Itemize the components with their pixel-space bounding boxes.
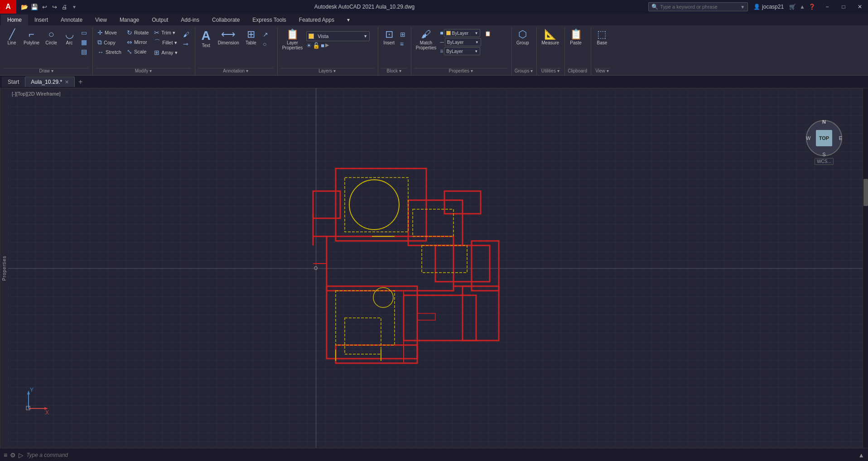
color-selector[interactable]: ByLayer ▼	[444, 29, 480, 37]
group-button[interactable]: ⬡ Group	[515, 28, 531, 47]
fillet-button[interactable]: ⌒ Fillet ▾	[152, 38, 179, 48]
trim-button[interactable]: ✂ Trim ▾	[152, 28, 179, 37]
tab-output[interactable]: Output	[145, 14, 174, 25]
groups-group: ⬡ Group Groups ▾	[513, 27, 537, 75]
linetype-selector[interactable]: ByLayer ▼	[445, 38, 481, 46]
insert-button[interactable]: ⊡ Insert	[381, 28, 397, 47]
draw-group-label[interactable]: Draw ▾	[4, 68, 89, 74]
layer-dropdown-icon[interactable]: ▼	[363, 34, 367, 38]
layer-freeze-icon[interactable]: ☀	[306, 42, 312, 49]
tab-view[interactable]: View	[89, 14, 113, 25]
modify-group-label[interactable]: Modify ▾	[96, 68, 191, 74]
circle-button[interactable]: ○ Circle	[43, 28, 59, 47]
utilities-group-label[interactable]: Utilities ▾	[540, 68, 561, 74]
mark-button[interactable]: ○	[261, 39, 270, 48]
user-icon[interactable]: 👤	[753, 4, 760, 10]
layer-more-icon[interactable]: ▶	[325, 42, 329, 49]
tab-manage[interactable]: Manage	[113, 14, 145, 25]
create-block-button[interactable]: ⊞	[398, 30, 407, 39]
gradient-button[interactable]: ▤	[79, 47, 89, 56]
lineweight-selector[interactable]: ByLayer ▼	[444, 47, 480, 55]
wcs-label[interactable]: WCS...	[815, 158, 834, 165]
hatch-button[interactable]: ▦	[79, 38, 89, 47]
define-attrib-button[interactable]: ≡	[398, 39, 407, 48]
tab-more[interactable]: ▾	[341, 14, 356, 25]
close-button[interactable]: ✕	[852, 0, 868, 14]
doc-tab-close-icon[interactable]: ✕	[65, 79, 69, 85]
annotation-group-label[interactable]: Annotation ▾	[198, 68, 274, 74]
polyline-button[interactable]: ⌐ Polyline	[22, 28, 41, 47]
right-scrollbar[interactable]	[863, 88, 868, 448]
linetype-arrow[interactable]: ▼	[475, 40, 479, 44]
stretch-button[interactable]: ↔ Stretch	[96, 48, 123, 57]
mirror-button[interactable]: ⇔ Mirror	[125, 38, 150, 47]
properties-panel-label[interactable]: Properties	[0, 88, 8, 448]
print-icon[interactable]: 🖨	[60, 2, 69, 11]
minimize-button[interactable]: −	[819, 0, 835, 14]
groups-group-label[interactable]: Groups ▾	[515, 68, 533, 74]
search-box[interactable]: 🔍 ▼	[648, 2, 748, 11]
linetype-icon: ─	[440, 39, 444, 45]
title-text: Autodesk AutoCAD 2021 Aula_10.29.dwg	[81, 4, 648, 10]
doc-tab-start[interactable]: Start	[2, 77, 25, 87]
arc-button[interactable]: ◡ Arc	[61, 28, 77, 47]
tab-addins[interactable]: Add-ins	[174, 14, 206, 25]
maximize-button[interactable]: □	[835, 0, 852, 14]
clipboard-group-label[interactable]: Clipboard	[568, 68, 587, 74]
table-button[interactable]: ⊞ Table	[243, 28, 259, 47]
search-dropdown-icon[interactable]: ▼	[740, 5, 745, 10]
properties-group-label[interactable]: Properties ▾	[414, 68, 508, 74]
save-icon[interactable]: 💾	[30, 2, 39, 11]
layer-lock-icon[interactable]: 🔓	[313, 42, 320, 49]
tab-home[interactable]: Home	[1, 14, 28, 25]
move-button[interactable]: ✛ Move	[96, 28, 123, 37]
command-expand-icon[interactable]: ▲	[858, 451, 864, 459]
compass-center-label[interactable]: TOP	[816, 130, 832, 146]
match-properties-button[interactable]: 🖌 MatchProperties	[414, 28, 439, 52]
paste-button[interactable]: 📋 Paste	[568, 28, 584, 47]
color-arrow[interactable]: ▼	[475, 31, 478, 35]
undo-icon[interactable]: ↩	[40, 2, 49, 11]
layer-properties-button[interactable]: 📋 LayerProperties	[280, 28, 305, 52]
scrollbar-thumb[interactable]	[863, 179, 868, 206]
help-icon[interactable]: ❓	[809, 4, 815, 10]
command-settings-icon[interactable]: ⚙	[10, 451, 16, 459]
command-input[interactable]	[26, 452, 855, 458]
line-button[interactable]: ╱ Line	[4, 28, 20, 47]
doc-tab-aula[interactable]: Aula_10.29.* ✕	[25, 77, 75, 87]
copy-button[interactable]: ⧉ Copy	[96, 38, 123, 47]
settings-icon[interactable]: ▲	[800, 4, 805, 10]
tab-featured[interactable]: Featured Apps	[293, 14, 341, 25]
measure-button[interactable]: 📐 Measure	[540, 28, 561, 47]
search-input[interactable]	[660, 4, 740, 10]
tab-annotate[interactable]: Annotate	[54, 14, 89, 25]
explode-button[interactable]: ⊸	[181, 39, 191, 48]
view-group-label[interactable]: View ▾	[594, 68, 610, 74]
command-input-icon[interactable]: ▷	[19, 451, 24, 459]
rotate-button[interactable]: ↻ Rotate	[125, 28, 150, 37]
tab-express[interactable]: Express Tools	[246, 14, 292, 25]
command-collapse-icon[interactable]: ≡	[4, 451, 7, 459]
leader-button[interactable]: ↗	[261, 30, 270, 39]
base-button[interactable]: ⬚ Base	[594, 28, 610, 47]
tab-collaborate[interactable]: Collaborate	[206, 14, 246, 25]
redo-icon[interactable]: ↪	[50, 2, 59, 11]
lineweight-arrow[interactable]: ▼	[474, 49, 478, 53]
text-button[interactable]: A Text	[198, 28, 214, 49]
tab-insert[interactable]: Insert	[28, 14, 54, 25]
block-group-label[interactable]: Block ▾	[381, 68, 407, 74]
layer-selector[interactable]: Vista ▼	[306, 31, 370, 41]
paintbrush-button[interactable]: 🖌	[181, 30, 191, 39]
canvas-area[interactable]: [-][Top][2D Wireframe]	[8, 88, 863, 448]
dropdown-arrow-icon[interactable]: ▼	[70, 2, 79, 11]
layer-color-icon[interactable]: ■	[321, 42, 324, 49]
array-button[interactable]: ⊞ Array ▾	[152, 48, 179, 57]
list-button[interactable]: 📋	[483, 30, 493, 38]
dimension-button[interactable]: ⟷ Dimension	[216, 28, 241, 47]
open-icon[interactable]: 📂	[20, 2, 29, 11]
scale-button[interactable]: ⤡ Scale	[125, 47, 150, 56]
new-tab-button[interactable]: +	[75, 77, 86, 87]
rectangle-button[interactable]: ▭	[79, 28, 89, 37]
layers-group-label[interactable]: Layers ▾	[280, 68, 374, 74]
cart-icon[interactable]: 🛒	[789, 4, 796, 10]
